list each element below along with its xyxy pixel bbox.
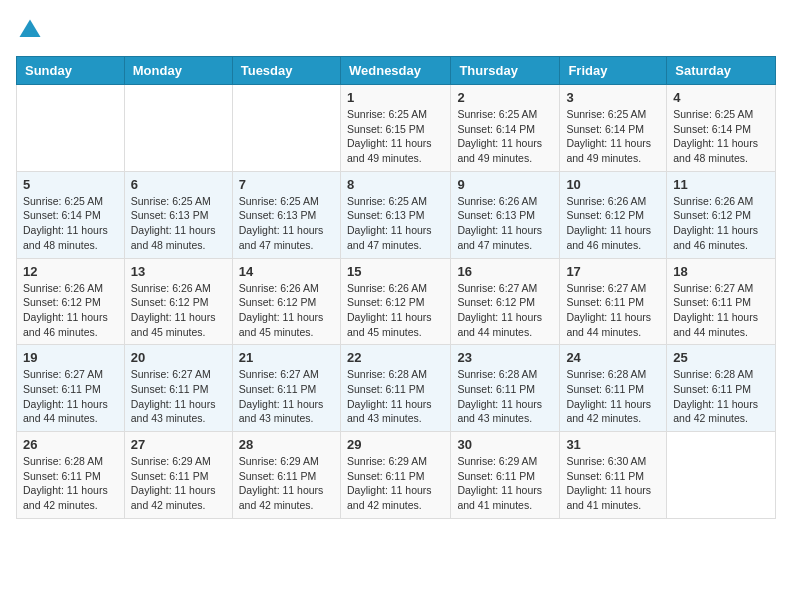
day-cell: 15Sunrise: 6:26 AMSunset: 6:12 PMDayligh…: [340, 258, 450, 345]
day-cell: 29Sunrise: 6:29 AMSunset: 6:11 PMDayligh…: [340, 432, 450, 519]
day-info: Sunrise: 6:29 AMSunset: 6:11 PMDaylight:…: [457, 454, 553, 513]
day-number: 18: [673, 264, 769, 279]
day-info: Sunrise: 6:27 AMSunset: 6:12 PMDaylight:…: [457, 281, 553, 340]
day-number: 12: [23, 264, 118, 279]
weekday-header-friday: Friday: [560, 57, 667, 85]
week-row-3: 12Sunrise: 6:26 AMSunset: 6:12 PMDayligh…: [17, 258, 776, 345]
day-cell: 9Sunrise: 6:26 AMSunset: 6:13 PMDaylight…: [451, 171, 560, 258]
day-info: Sunrise: 6:29 AMSunset: 6:11 PMDaylight:…: [131, 454, 226, 513]
weekday-header-row: SundayMondayTuesdayWednesdayThursdayFrid…: [17, 57, 776, 85]
week-row-2: 5Sunrise: 6:25 AMSunset: 6:14 PMDaylight…: [17, 171, 776, 258]
day-number: 15: [347, 264, 444, 279]
day-number: 22: [347, 350, 444, 365]
day-info: Sunrise: 6:28 AMSunset: 6:11 PMDaylight:…: [347, 367, 444, 426]
day-cell: 28Sunrise: 6:29 AMSunset: 6:11 PMDayligh…: [232, 432, 340, 519]
day-info: Sunrise: 6:26 AMSunset: 6:12 PMDaylight:…: [347, 281, 444, 340]
day-info: Sunrise: 6:26 AMSunset: 6:12 PMDaylight:…: [566, 194, 660, 253]
day-info: Sunrise: 6:30 AMSunset: 6:11 PMDaylight:…: [566, 454, 660, 513]
day-cell: 19Sunrise: 6:27 AMSunset: 6:11 PMDayligh…: [17, 345, 125, 432]
day-cell: [667, 432, 776, 519]
day-number: 30: [457, 437, 553, 452]
day-number: 6: [131, 177, 226, 192]
day-info: Sunrise: 6:26 AMSunset: 6:12 PMDaylight:…: [673, 194, 769, 253]
day-number: 29: [347, 437, 444, 452]
day-number: 5: [23, 177, 118, 192]
day-number: 28: [239, 437, 334, 452]
weekday-header-wednesday: Wednesday: [340, 57, 450, 85]
day-cell: 23Sunrise: 6:28 AMSunset: 6:11 PMDayligh…: [451, 345, 560, 432]
day-number: 14: [239, 264, 334, 279]
day-number: 17: [566, 264, 660, 279]
day-info: Sunrise: 6:28 AMSunset: 6:11 PMDaylight:…: [23, 454, 118, 513]
day-info: Sunrise: 6:28 AMSunset: 6:11 PMDaylight:…: [457, 367, 553, 426]
day-cell: 30Sunrise: 6:29 AMSunset: 6:11 PMDayligh…: [451, 432, 560, 519]
day-cell: 18Sunrise: 6:27 AMSunset: 6:11 PMDayligh…: [667, 258, 776, 345]
day-cell: 20Sunrise: 6:27 AMSunset: 6:11 PMDayligh…: [124, 345, 232, 432]
day-info: Sunrise: 6:25 AMSunset: 6:13 PMDaylight:…: [239, 194, 334, 253]
day-cell: 24Sunrise: 6:28 AMSunset: 6:11 PMDayligh…: [560, 345, 667, 432]
day-info: Sunrise: 6:26 AMSunset: 6:13 PMDaylight:…: [457, 194, 553, 253]
weekday-header-monday: Monday: [124, 57, 232, 85]
weekday-header-sunday: Sunday: [17, 57, 125, 85]
day-info: Sunrise: 6:27 AMSunset: 6:11 PMDaylight:…: [566, 281, 660, 340]
day-cell: [232, 85, 340, 172]
day-info: Sunrise: 6:25 AMSunset: 6:14 PMDaylight:…: [23, 194, 118, 253]
day-info: Sunrise: 6:27 AMSunset: 6:11 PMDaylight:…: [131, 367, 226, 426]
day-cell: 14Sunrise: 6:26 AMSunset: 6:12 PMDayligh…: [232, 258, 340, 345]
day-number: 8: [347, 177, 444, 192]
day-number: 1: [347, 90, 444, 105]
logo: [16, 16, 48, 44]
day-cell: 27Sunrise: 6:29 AMSunset: 6:11 PMDayligh…: [124, 432, 232, 519]
weekday-header-thursday: Thursday: [451, 57, 560, 85]
day-info: Sunrise: 6:26 AMSunset: 6:12 PMDaylight:…: [23, 281, 118, 340]
day-info: Sunrise: 6:25 AMSunset: 6:14 PMDaylight:…: [673, 107, 769, 166]
day-cell: 6Sunrise: 6:25 AMSunset: 6:13 PMDaylight…: [124, 171, 232, 258]
day-info: Sunrise: 6:26 AMSunset: 6:12 PMDaylight:…: [131, 281, 226, 340]
day-number: 21: [239, 350, 334, 365]
day-number: 3: [566, 90, 660, 105]
week-row-4: 19Sunrise: 6:27 AMSunset: 6:11 PMDayligh…: [17, 345, 776, 432]
day-number: 7: [239, 177, 334, 192]
logo-icon: [16, 16, 44, 44]
day-number: 26: [23, 437, 118, 452]
day-cell: 26Sunrise: 6:28 AMSunset: 6:11 PMDayligh…: [17, 432, 125, 519]
day-cell: 1Sunrise: 6:25 AMSunset: 6:15 PMDaylight…: [340, 85, 450, 172]
header: [16, 16, 776, 44]
day-cell: 16Sunrise: 6:27 AMSunset: 6:12 PMDayligh…: [451, 258, 560, 345]
day-info: Sunrise: 6:26 AMSunset: 6:12 PMDaylight:…: [239, 281, 334, 340]
calendar-table: SundayMondayTuesdayWednesdayThursdayFrid…: [16, 56, 776, 519]
day-cell: [17, 85, 125, 172]
day-info: Sunrise: 6:25 AMSunset: 6:13 PMDaylight:…: [131, 194, 226, 253]
day-number: 2: [457, 90, 553, 105]
week-row-1: 1Sunrise: 6:25 AMSunset: 6:15 PMDaylight…: [17, 85, 776, 172]
day-number: 25: [673, 350, 769, 365]
day-number: 4: [673, 90, 769, 105]
day-number: 20: [131, 350, 226, 365]
day-cell: 17Sunrise: 6:27 AMSunset: 6:11 PMDayligh…: [560, 258, 667, 345]
day-cell: 21Sunrise: 6:27 AMSunset: 6:11 PMDayligh…: [232, 345, 340, 432]
day-cell: 13Sunrise: 6:26 AMSunset: 6:12 PMDayligh…: [124, 258, 232, 345]
day-info: Sunrise: 6:28 AMSunset: 6:11 PMDaylight:…: [673, 367, 769, 426]
day-info: Sunrise: 6:27 AMSunset: 6:11 PMDaylight:…: [23, 367, 118, 426]
day-info: Sunrise: 6:29 AMSunset: 6:11 PMDaylight:…: [347, 454, 444, 513]
day-cell: 11Sunrise: 6:26 AMSunset: 6:12 PMDayligh…: [667, 171, 776, 258]
day-info: Sunrise: 6:27 AMSunset: 6:11 PMDaylight:…: [673, 281, 769, 340]
day-number: 13: [131, 264, 226, 279]
day-cell: 3Sunrise: 6:25 AMSunset: 6:14 PMDaylight…: [560, 85, 667, 172]
day-info: Sunrise: 6:25 AMSunset: 6:15 PMDaylight:…: [347, 107, 444, 166]
day-number: 16: [457, 264, 553, 279]
day-info: Sunrise: 6:29 AMSunset: 6:11 PMDaylight:…: [239, 454, 334, 513]
day-info: Sunrise: 6:25 AMSunset: 6:13 PMDaylight:…: [347, 194, 444, 253]
week-row-5: 26Sunrise: 6:28 AMSunset: 6:11 PMDayligh…: [17, 432, 776, 519]
day-info: Sunrise: 6:27 AMSunset: 6:11 PMDaylight:…: [239, 367, 334, 426]
day-info: Sunrise: 6:25 AMSunset: 6:14 PMDaylight:…: [457, 107, 553, 166]
day-cell: 7Sunrise: 6:25 AMSunset: 6:13 PMDaylight…: [232, 171, 340, 258]
day-cell: 5Sunrise: 6:25 AMSunset: 6:14 PMDaylight…: [17, 171, 125, 258]
day-cell: 25Sunrise: 6:28 AMSunset: 6:11 PMDayligh…: [667, 345, 776, 432]
weekday-header-saturday: Saturday: [667, 57, 776, 85]
weekday-header-tuesday: Tuesday: [232, 57, 340, 85]
svg-rect-1: [26, 31, 34, 37]
day-number: 27: [131, 437, 226, 452]
day-cell: [124, 85, 232, 172]
day-number: 23: [457, 350, 553, 365]
